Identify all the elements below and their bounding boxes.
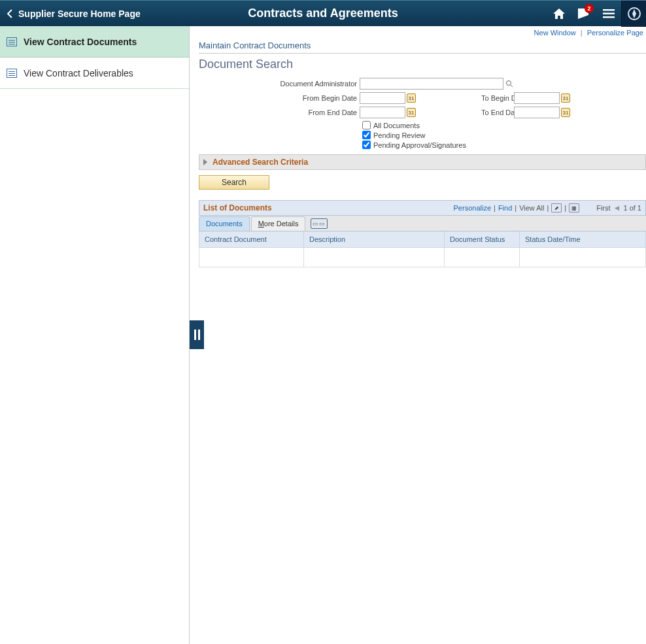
grid-title: List of Documents (203, 203, 272, 212)
calendar-icon[interactable]: 31 (561, 108, 570, 117)
all-documents-label: All Documents (373, 122, 420, 129)
to-begin-date-input[interactable] (514, 92, 560, 104)
banner-icons: 2 (547, 1, 646, 26)
expand-arrow-icon (203, 159, 207, 165)
to-begin-label: To Begin Date (416, 94, 514, 102)
sidebar-item-view-contract-deliverables[interactable]: View Contract Deliverables (0, 58, 189, 89)
breadcrumb[interactable]: Supplier Secure Home Page (16, 8, 141, 19)
documents-grid: Contract Document Description Document S… (199, 231, 646, 267)
document-icon (7, 37, 17, 46)
sidebar-item-label: View Contract Deliverables (24, 68, 133, 78)
all-documents-checkbox[interactable] (362, 121, 371, 129)
grid-tabs: Documents More Details ▭▭ (199, 216, 646, 231)
cell-contract-document (199, 248, 304, 267)
to-end-label: To End Date (416, 109, 514, 116)
section-heading: Document Search (199, 53, 646, 71)
lookup-icon[interactable] (505, 79, 514, 88)
download-icon[interactable]: ▦ (569, 203, 579, 212)
svg-rect-0 (603, 9, 615, 11)
calendar-icon[interactable]: 31 (407, 108, 416, 117)
cell-description (304, 248, 445, 267)
home-icon[interactable] (547, 1, 571, 27)
advanced-search-toggle[interactable]: Advanced Search Criteria (199, 154, 646, 170)
doc-admin-input[interactable] (360, 78, 503, 90)
horizontal-scrollbar[interactable] (200, 634, 646, 644)
grid-first[interactable]: First (596, 204, 610, 212)
compass-icon[interactable] (621, 1, 646, 27)
top-links: New Window | Personalize Page (190, 26, 646, 37)
cell-document-status (445, 248, 520, 267)
from-begin-label: From Begin Date (199, 94, 360, 102)
new-window-link[interactable]: New Window (534, 29, 576, 37)
content-area: New Window | Personalize Page Maintain C… (190, 26, 646, 644)
from-begin-date-input[interactable] (360, 92, 405, 104)
to-end-date-input[interactable] (514, 107, 560, 118)
personalize-page-link[interactable]: Personalize Page (587, 29, 643, 37)
tab-label: More Details (258, 220, 299, 228)
pause-bars-icon (194, 330, 200, 340)
from-end-date-input[interactable] (360, 107, 405, 118)
sidebar-item-label: View Contract Documents (24, 37, 137, 47)
tab-documents[interactable]: Documents (199, 216, 250, 231)
sidebar-item-view-contract-documents[interactable]: View Contract Documents (0, 26, 189, 58)
grid-personalize-link[interactable]: Personalize (454, 204, 491, 212)
separator: | (578, 29, 585, 37)
notification-badge: 2 (585, 4, 594, 13)
sidebar: View Contract Documents View Contract De… (0, 26, 190, 644)
back-arrow-icon[interactable] (0, 9, 16, 18)
pending-review-label: Pending Review (373, 131, 426, 139)
col-description[interactable]: Description (304, 231, 445, 248)
grid-find-link[interactable]: Find (498, 204, 512, 212)
cell-status-datetime (520, 248, 646, 267)
pending-approval-checkbox[interactable] (362, 141, 371, 149)
sidebar-collapse-handle[interactable] (190, 320, 204, 349)
tab-more-details[interactable]: More Details (251, 216, 306, 231)
component-title: Maintain Contract Documents (199, 41, 646, 50)
calendar-icon[interactable]: 31 (407, 93, 416, 103)
notifications-icon[interactable]: 2 (571, 1, 596, 27)
calendar-icon[interactable]: 31 (561, 93, 570, 103)
svg-rect-2 (603, 16, 615, 18)
grid-view-all[interactable]: View All (519, 204, 544, 212)
col-status-datetime[interactable]: Status Date/Time (520, 231, 646, 248)
menu-icon[interactable] (596, 1, 621, 27)
col-contract-document[interactable]: Contract Document (199, 231, 304, 248)
show-all-columns-icon[interactable]: ▭▭ (311, 218, 328, 229)
search-button[interactable]: Search (199, 175, 269, 190)
svg-line-5 (511, 85, 513, 87)
pending-review-checkbox[interactable] (362, 131, 371, 139)
grid-pager: 1 of 1 (623, 204, 641, 212)
document-icon (7, 69, 17, 78)
top-banner: Supplier Secure Home Page Contracts and … (0, 0, 646, 26)
tab-label: Documents (206, 220, 243, 228)
col-document-status[interactable]: Document Status (445, 231, 520, 248)
zoom-icon[interactable]: ⬈ (551, 203, 562, 212)
from-end-label: From End Date (199, 109, 360, 116)
pending-approval-label: Pending Approval/Signatures (373, 141, 466, 149)
search-form: Document Administrator From Begin Date 3… (199, 78, 646, 200)
doc-admin-label: Document Administrator (199, 80, 360, 88)
svg-point-4 (507, 81, 511, 86)
table-row (199, 248, 646, 267)
grid-header-bar: List of Documents Personalize | Find | V… (199, 200, 646, 216)
prev-arrow-icon[interactable]: ◄ (613, 203, 621, 212)
svg-rect-1 (603, 12, 615, 14)
advanced-search-label: Advanced Search Criteria (212, 158, 308, 167)
